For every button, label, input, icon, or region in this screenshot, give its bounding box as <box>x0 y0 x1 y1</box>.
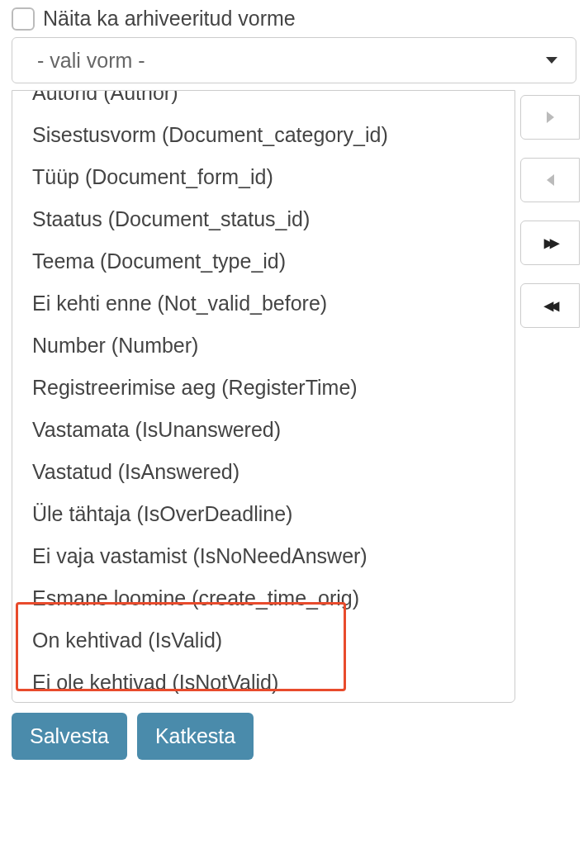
list-item[interactable]: On kehtivad (IsValid) <box>29 619 505 662</box>
form-select[interactable]: - vali vorm - <box>12 37 576 83</box>
list-item[interactable]: Tüüp (Document_form_id) <box>29 156 505 198</box>
form-select-wrap: - vali vorm - <box>12 37 581 83</box>
move-left-button[interactable] <box>520 158 580 202</box>
show-archived-row: Näita ka arhiveeritud vorme <box>7 7 581 31</box>
list-item[interactable]: Number (Number) <box>29 325 505 367</box>
transfer-controls: ▸▸ ◂◂ <box>520 90 580 328</box>
chevron-down-icon <box>546 57 557 64</box>
move-all-left-button[interactable]: ◂◂ <box>520 283 580 328</box>
field-listbox[interactable]: Autorid (Author) Sisestusvorm (Document_… <box>12 91 514 702</box>
show-archived-checkbox[interactable] <box>12 7 35 31</box>
list-item[interactable]: Ei vaja vastamist (IsNoNeedAnswer) <box>29 535 505 577</box>
main-row: Autorid (Author) Sisestusvorm (Document_… <box>12 90 581 703</box>
list-item[interactable]: Üle tähtaja (IsOverDeadline) <box>29 493 505 535</box>
move-all-right-button[interactable]: ▸▸ <box>520 221 580 265</box>
list-item[interactable]: Registreerimise aeg (RegisterTime) <box>29 367 505 409</box>
list-item[interactable]: Staatus (Document_status_id) <box>29 198 505 240</box>
list-item[interactable]: Sisestusvorm (Document_category_id) <box>29 114 505 156</box>
move-right-button[interactable] <box>520 95 580 140</box>
double-left-icon: ◂◂ <box>544 295 556 316</box>
cancel-button[interactable]: Katkesta <box>137 713 254 760</box>
field-listbox-container: Autorid (Author) Sisestusvorm (Document_… <box>12 90 515 703</box>
list-item[interactable]: Vastamata (IsUnanswered) <box>29 409 505 451</box>
list-item[interactable]: Vastatud (IsAnswered) <box>29 451 505 493</box>
triangle-right-icon <box>547 111 554 123</box>
action-buttons: Salvesta Katkesta <box>12 713 581 760</box>
triangle-left-icon <box>547 174 554 186</box>
list-item[interactable]: Autorid (Author) <box>29 91 505 114</box>
list-item[interactable]: Teema (Document_type_id) <box>29 240 505 282</box>
list-item[interactable]: Esmane loomine (create_time_orig) <box>29 577 505 619</box>
show-archived-label: Näita ka arhiveeritud vorme <box>43 7 296 31</box>
list-item[interactable]: Ei ole kehtivad (IsNotValid) <box>29 662 505 702</box>
double-right-icon: ▸▸ <box>544 232 556 254</box>
save-button[interactable]: Salvesta <box>12 713 127 760</box>
list-item[interactable]: Ei kehti enne (Not_valid_before) <box>29 282 505 325</box>
form-select-placeholder: - vali vorm - <box>37 49 145 73</box>
